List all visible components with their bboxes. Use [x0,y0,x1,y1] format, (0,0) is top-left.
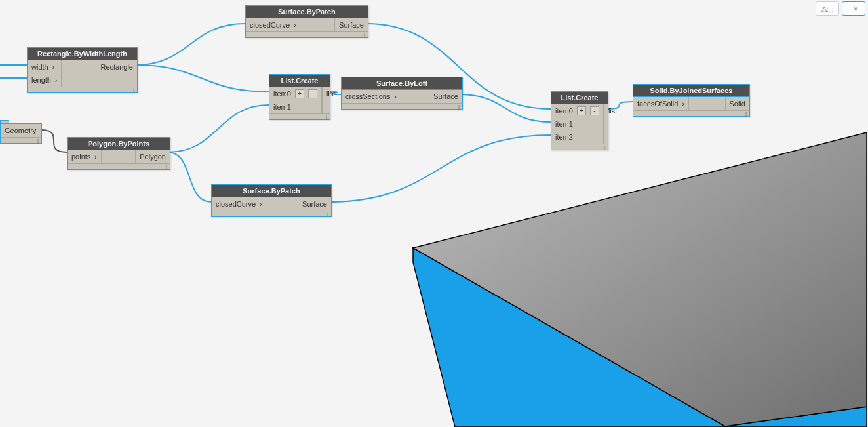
port-in-crosssections[interactable]: crossSections › [342,90,401,103]
port-in-item0[interactable]: item0 + - [269,87,321,100]
node-title: Surface.ByLoft [342,77,462,90]
port-in-item2[interactable]: item2 [551,131,603,144]
port-label: list [326,90,335,98]
node-footer: | [342,103,462,109]
add-item-button[interactable]: + [577,106,586,115]
port-out-surface[interactable]: Surface [429,90,462,103]
port-label: item1 [273,103,291,111]
node-polygon-by-points[interactable]: Polygon.ByPoints points › Polygon | [67,137,170,170]
port-label: length [31,76,51,84]
remove-item-button[interactable]: - [308,89,317,98]
port-label: item2 [555,133,573,141]
port-label: crossSections [345,92,390,100]
node-solid-by-joined-surfaces[interactable]: Solid.ByJoinedSurfaces facesOfSolid › So… [633,84,750,117]
port-out-polygon[interactable]: Polygon [136,150,170,163]
port-label: Solid [730,100,745,108]
chevron-right-icon: › [682,100,684,108]
port-in-points[interactable]: points › [68,150,101,163]
remove-item-button[interactable]: - [590,106,599,115]
port-out-rectangle[interactable]: Rectangle [96,60,137,73]
nav-icon: ⇥ [851,5,857,13]
node-footer: | [1,138,41,143]
port-label: Surface [433,92,458,100]
chevron-right-icon: › [52,64,54,71]
shapes-icon: △⬚ [821,5,833,13]
port-label: closedCurve [216,200,256,208]
add-item-button[interactable]: + [295,89,304,98]
port-in-width[interactable]: width › [28,60,61,73]
port-in-closedcurve[interactable]: closedCurve › [212,197,266,211]
node-footer: | [269,113,330,119]
node-title: Surface.ByPatch [246,6,368,18]
node-title: Rectangle.ByWidthLength [28,48,137,60]
chevron-right-icon: › [294,22,296,29]
node-footer: | [212,211,331,216]
node-rectangle-by-width-length[interactable]: Rectangle.ByWidthLength width › length ›… [27,47,138,93]
port-in-item1[interactable]: item1 [551,117,603,131]
port-label: Polygon [140,153,166,161]
port-out-surface[interactable]: Surface [298,197,331,211]
node-title: Surface.ByPatch [212,185,331,197]
node-fragment-geometry[interactable]: Geometry | [0,123,42,144]
port-in-item1[interactable]: item1 [269,100,321,113]
port-in-length[interactable]: length › [28,73,61,87]
chevron-right-icon: › [260,201,262,208]
port-label: item0 [273,90,291,98]
port-label: closedCurve [250,21,290,29]
port-label: points [71,153,90,161]
node-footer: | [68,163,170,169]
port-out-surface[interactable]: Surface [335,18,368,31]
port-label: width [31,63,49,71]
node-title: Solid.ByJoinedSurfaces [633,85,749,97]
node-list-create-1[interactable]: List.Create item0 + - item1 list | [269,74,330,120]
chevron-right-icon: › [55,77,57,84]
node-surface-by-patch-bottom[interactable]: Surface.ByPatch closedCurve › Surface | [211,184,332,217]
port-out-label: Geometry [5,127,36,134]
chevron-right-icon: › [394,93,396,100]
port-in-facesofsolid[interactable]: facesOfSolid › [633,97,688,110]
navigation-toggle[interactable]: ⇥ [842,1,865,16]
port-label: Rectangle [100,63,133,71]
node-footer: | [633,110,749,116]
port-label: facesOfSolid [637,100,678,108]
node-surface-by-patch-top[interactable]: Surface.ByPatch closedCurve › Surface | [245,5,368,38]
port-label: item0 [555,107,573,115]
port-out-list[interactable]: list [604,104,621,117]
port-label: item1 [555,120,573,128]
node-list-create-2[interactable]: List.Create item0 + - item1 item2 list | [551,91,608,150]
port-out-solid[interactable]: Solid [726,97,749,110]
chevron-right-icon: › [94,153,96,161]
port-out-list[interactable]: list [323,87,339,100]
port-in-closedcurve[interactable]: closedCurve › [246,18,300,31]
geometry-view-toggle[interactable]: △⬚ [816,1,839,16]
port-label: list [608,107,617,115]
port-in-item0[interactable]: item0 + - [551,104,603,117]
node-footer: | [246,31,368,37]
view-toolbar: △⬚ ⇥ [816,1,865,16]
node-title: Polygon.ByPoints [68,138,170,150]
port-label: Surface [302,200,327,208]
node-footer: | [28,87,137,92]
node-title: List.Create [551,92,608,104]
node-title: List.Create [269,75,330,87]
node-footer: | [551,144,608,150]
port-label: Surface [339,21,364,29]
node-surface-by-loft[interactable]: Surface.ByLoft crossSections › Surface | [341,77,463,110]
